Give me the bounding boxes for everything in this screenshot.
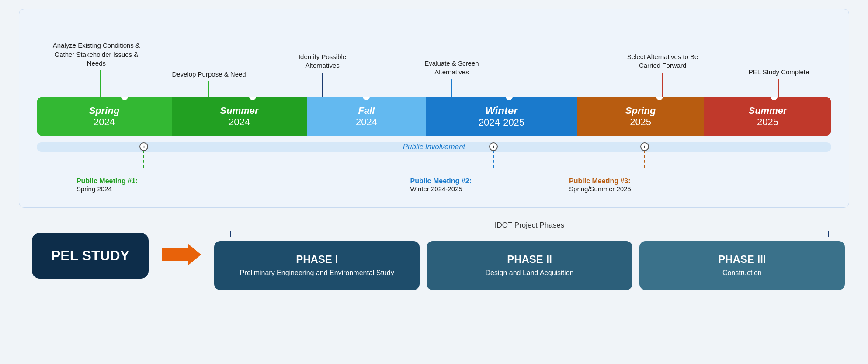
idot-bracket (230, 231, 829, 237)
fall2024-label: Fall (358, 105, 375, 116)
meeting-2-subtitle: Winter 2024-2025 (410, 185, 462, 192)
dot-winter2024 (506, 97, 513, 100)
phase2-box: PHASE II Design and Land Acquisition (427, 241, 632, 290)
winter2024-block: Winter 2024-2025 (426, 97, 577, 136)
spring2025-label: Spring (625, 105, 656, 116)
main-container: Analyze Existing Conditions & Gather Sta… (19, 9, 849, 290)
meeting-2-title: Public Meeting #2: (410, 177, 471, 185)
public-involvement-label: Public Involvement (403, 143, 465, 151)
phase3-subtitle: Construction (722, 268, 762, 278)
phase2-subtitle: Design and Land Acquisition (486, 268, 574, 278)
timeline-bar: Spring 2024 Summer 2024 Fall 2024 Winter… (37, 97, 831, 136)
phase2-title: PHASE II (507, 253, 552, 266)
ann1-line (100, 70, 101, 97)
summer2025-year: 2025 (757, 116, 778, 128)
spring2024-year: 2024 (94, 116, 115, 128)
idot-label-row: IDOT Project Phases (214, 221, 845, 230)
summer2025-block: Summer 2025 (704, 97, 831, 136)
ann4-line (451, 79, 452, 97)
bottom-section: PEL STUDY IDOT Project Phases PHASE I Pr… (19, 221, 849, 290)
annotation-text-2: Develop Purpose & Need (172, 70, 246, 79)
summer2024-label: Summer (220, 105, 259, 116)
pel-study-label: PEL STUDY (51, 248, 129, 263)
winter2024-year: 2024-2025 (479, 117, 524, 128)
annotation-4: Evaluate & Screen Alternatives (410, 37, 493, 97)
meeting-1-subtitle: Spring 2024 (76, 185, 112, 192)
meeting-3-subtitle: Spring/Summer 2025 (569, 185, 631, 192)
phase1-box: PHASE I Preliminary Engineering and Envi… (214, 241, 420, 290)
phase1-subtitle: Preliminary Engineering and Environmenta… (240, 268, 394, 278)
phase3-title: PHASE III (718, 253, 766, 266)
spring2025-year: 2025 (630, 116, 651, 128)
annotation-text-5: Select Alternatives to Be Carried Forwar… (617, 52, 708, 70)
annotations-row: Analyze Existing Conditions & Gather Sta… (37, 22, 831, 97)
svg-marker-0 (162, 244, 201, 266)
meeting-3: Public Meeting #3: Spring/Summer 2025 (569, 175, 674, 193)
annotation-text-1: Analyze Existing Conditions & Gather Sta… (52, 41, 140, 68)
meeting-2-line (410, 175, 449, 175)
public-involvement-section: i i i Public Involvement (37, 142, 831, 173)
dot-summer2025 (771, 97, 778, 100)
annotation-text-4: Evaluate & Screen Alternatives (410, 59, 493, 77)
phases-row: PHASE I Preliminary Engineering and Envi… (214, 241, 845, 290)
annotation-2: Develop Purpose & Need (172, 44, 246, 97)
arrow-svg (162, 242, 201, 268)
ann2-line (208, 81, 209, 97)
info-icon-2: i (489, 142, 498, 151)
spring2024-label: Spring (89, 105, 120, 116)
dot-fall2024 (363, 97, 370, 100)
summer2024-year: 2024 (229, 116, 250, 128)
annotation-5: Select Alternatives to Be Carried Forwar… (617, 52, 708, 97)
timeline-box: Analyze Existing Conditions & Gather Sta… (19, 9, 849, 208)
dashed-line-3 (644, 150, 645, 168)
dot-spring2025 (656, 97, 663, 100)
spring2024-block: Spring 2024 (37, 97, 172, 136)
summer2025-label: Summer (748, 105, 787, 116)
ann6-line (778, 79, 779, 97)
arrow-right (162, 242, 201, 270)
phases-container: IDOT Project Phases PHASE I Preliminary … (214, 221, 845, 290)
meeting-1-title: Public Meeting #1: (76, 177, 138, 185)
annotation-6: PEL Study Complete (744, 37, 814, 97)
meeting-1-line (76, 175, 116, 175)
meeting-2: Public Meeting #2: Winter 2024-2025 (410, 175, 510, 193)
ann5-line (662, 73, 663, 97)
fall2024-block: Fall 2024 (307, 97, 426, 136)
annotation-text-3: Identify Possible Alternatives (283, 52, 362, 70)
spring2025-block: Spring 2025 (577, 97, 704, 136)
dot-summer2024 (249, 97, 256, 100)
annotation-3: Identify Possible Alternatives (283, 39, 362, 97)
pel-study-box: PEL STUDY (32, 233, 149, 279)
phase1-title: PHASE I (296, 253, 338, 266)
meeting-3-title: Public Meeting #3: (569, 177, 630, 185)
annotation-1: Analyze Existing Conditions & Gather Sta… (52, 41, 140, 97)
summer2024-block: Summer 2024 (172, 97, 307, 136)
info-icon-3: i (640, 142, 649, 151)
public-involvement-bar: Public Involvement (37, 142, 831, 152)
dot-spring2024 (121, 97, 128, 100)
dashed-line-2 (493, 150, 494, 168)
winter2024-label: Winter (485, 105, 517, 117)
meeting-3-line (569, 175, 608, 175)
ann3-line (322, 73, 323, 97)
phase3-box: PHASE III Construction (639, 241, 845, 290)
annotation-text-6: PEL Study Complete (744, 68, 814, 77)
idot-phases-label: IDOT Project Phases (495, 221, 564, 229)
info-icon-1: i (139, 142, 148, 151)
fall2024-year: 2024 (356, 116, 377, 128)
dashed-line-1 (143, 150, 144, 168)
meetings-row: Public Meeting #1: Spring 2024 Public Me… (37, 175, 831, 199)
meeting-1: Public Meeting #1: Spring 2024 (76, 175, 164, 193)
